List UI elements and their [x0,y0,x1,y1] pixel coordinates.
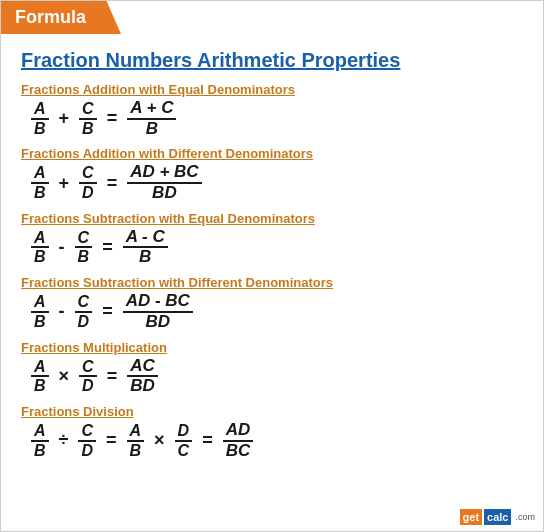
section-sub-equal: Fractions Subtraction with Equal Denomin… [21,211,523,267]
formula-multiply: A B × C D = AC BD [31,357,523,396]
frac-den: B [79,120,97,138]
formula-sub-diff: A B - C D = AD - BC BD [31,292,523,331]
frac-den: BD [149,184,180,203]
section-sub-diff-label: Fractions Subtraction with Different Den… [21,275,523,290]
frac-num: A [31,358,49,378]
frac-result-5: AC BD [127,357,158,396]
main-title: Fraction Numbers Arithmetic Properties [21,49,523,72]
frac-den: D [79,184,97,202]
frac-num: A [127,422,145,442]
frac-den: BD [127,377,158,396]
frac-den: B [31,313,49,331]
eq-1: = [107,108,118,129]
frac-result-1: A + C B [127,99,176,138]
frac-den: B [31,120,49,138]
frac-num: C [79,164,97,184]
frac-den: B [31,377,49,395]
formula-divide: A B ÷ C D = A B × D C = [31,421,523,460]
header-tab-label: Formula [15,7,86,27]
frac-result-3: A - C B [123,228,168,267]
frac-den: B [31,248,49,266]
frac-num: A [31,100,49,120]
frac-num: A - C [123,228,168,249]
section-sub-equal-label: Fractions Subtraction with Equal Denomin… [21,211,523,226]
section-add-equal: Fractions Addition with Equal Denominato… [21,82,523,138]
section-divide-label: Fractions Division [21,404,523,419]
eq-2: = [107,173,118,194]
formula-header-tab: Formula [1,1,121,34]
section-multiply: Fractions Multiplication A B × C D = AC … [21,340,523,396]
eq-5: = [107,366,118,387]
brand-com: .com [515,512,535,522]
op-div-6: ÷ [59,430,69,451]
frac-a-b-6: A B [31,422,49,459]
frac-num: C [78,422,96,442]
eq-4: = [102,301,113,322]
brand-get: get [460,509,483,525]
section-add-diff: Fractions Addition with Different Denomi… [21,146,523,202]
eq-3: = [102,237,113,258]
frac-den: B [143,120,161,139]
frac-den: B [31,184,49,202]
frac-num: D [175,422,193,442]
frac-d-c-6: D C [175,422,193,459]
frac-a-b-2: A B [31,164,49,201]
frac-num: A [31,229,49,249]
frac-a-b-3: A B [31,229,49,266]
brand-calc: calc [484,509,511,525]
frac-den: D [79,377,97,395]
op-plus-1: + [59,108,70,129]
frac-a-b-5: A B [31,358,49,395]
frac-result-6: AD BC [223,421,254,460]
frac-c-b-3: C B [75,229,93,266]
frac-den: B [136,248,154,267]
frac-den: BD [142,313,173,332]
frac-den: B [31,442,49,460]
frac-num: C [79,358,97,378]
section-add-equal-label: Fractions Addition with Equal Denominato… [21,82,523,97]
op-times-6: × [154,430,165,451]
op-minus-4: - [59,301,65,322]
frac-a-b-6b: A B [127,422,145,459]
frac-den: D [75,313,93,331]
frac-num: A + C [127,99,176,120]
frac-c-d-6: C D [78,422,96,459]
frac-c-d-2: C D [79,164,97,201]
frac-den: C [175,442,193,460]
frac-a-b-4: A B [31,293,49,330]
frac-result-4: AD - BC BD [123,292,193,331]
op-times-5: × [59,366,70,387]
op-minus-3: - [59,237,65,258]
content-area: Fraction Numbers Arithmetic Properties F… [1,39,543,478]
eq-6a: = [106,430,117,451]
formula-sub-equal: A B - C B = A - C B [31,228,523,267]
frac-c-d-5: C D [79,358,97,395]
frac-num: A [31,164,49,184]
formula-add-diff: A B + C D = AD + BC BD [31,163,523,202]
section-add-diff-label: Fractions Addition with Different Denomi… [21,146,523,161]
section-divide: Fractions Division A B ÷ C D = A B × [21,404,523,460]
frac-c-b-1: C B [79,100,97,137]
main-container: Formula Fraction Numbers Arithmetic Prop… [0,0,544,532]
frac-num: AD + BC [127,163,201,184]
op-plus-2: + [59,173,70,194]
frac-num: A [31,422,49,442]
frac-num: AD - BC [123,292,193,313]
frac-den: B [75,248,93,266]
frac-num: AC [127,357,158,378]
frac-num: C [75,293,93,313]
frac-c-d-4: C D [75,293,93,330]
frac-num: C [75,229,93,249]
frac-num: AD [223,421,254,442]
footer-brand: getcalc.com [460,509,535,525]
frac-a-b-1: A B [31,100,49,137]
frac-result-2: AD + BC BD [127,163,201,202]
frac-num: A [31,293,49,313]
frac-den: BC [223,442,254,461]
frac-den: D [78,442,96,460]
formula-add-equal: A B + C B = A + C B [31,99,523,138]
eq-6b: = [202,430,213,451]
section-multiply-label: Fractions Multiplication [21,340,523,355]
frac-den: B [127,442,145,460]
section-sub-diff: Fractions Subtraction with Different Den… [21,275,523,331]
